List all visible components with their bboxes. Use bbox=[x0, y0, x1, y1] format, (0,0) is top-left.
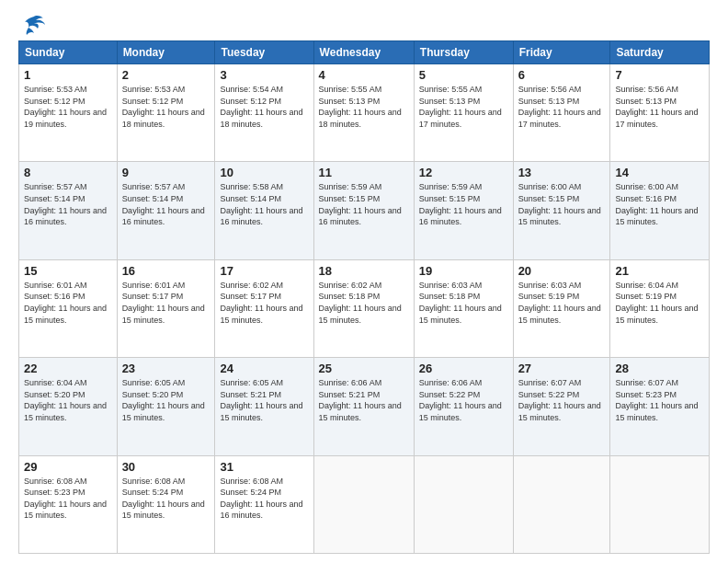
calendar-cell: 11 Sunrise: 5:59 AMSunset: 5:15 PMDaylig… bbox=[313, 162, 414, 259]
day-detail: Sunrise: 6:01 AMSunset: 5:17 PMDaylight:… bbox=[122, 281, 205, 325]
day-detail: Sunrise: 5:58 AMSunset: 5:14 PMDaylight:… bbox=[220, 182, 302, 226]
day-detail: Sunrise: 5:55 AMSunset: 5:13 PMDaylight:… bbox=[419, 85, 502, 129]
day-detail: Sunrise: 6:01 AMSunset: 5:16 PMDaylight:… bbox=[24, 281, 107, 325]
day-number: 22 bbox=[24, 362, 112, 375]
calendar-cell: 28 Sunrise: 6:07 AMSunset: 5:23 PMDaylig… bbox=[610, 358, 710, 455]
day-detail: Sunrise: 5:53 AMSunset: 5:12 PMDaylight:… bbox=[24, 85, 107, 129]
calendar-cell bbox=[610, 455, 710, 553]
weekday-header-sunday: Sunday bbox=[19, 41, 118, 64]
day-number: 26 bbox=[419, 362, 508, 375]
day-detail: Sunrise: 6:07 AMSunset: 5:23 PMDaylight:… bbox=[615, 378, 698, 422]
day-detail: Sunrise: 6:06 AMSunset: 5:21 PMDaylight:… bbox=[319, 378, 402, 422]
calendar-cell: 20 Sunrise: 6:03 AMSunset: 5:19 PMDaylig… bbox=[513, 259, 610, 357]
logo-bird-icon bbox=[21, 15, 47, 35]
calendar-cell: 30 Sunrise: 6:08 AMSunset: 5:24 PMDaylig… bbox=[117, 455, 215, 553]
day-detail: Sunrise: 6:00 AMSunset: 5:16 PMDaylight:… bbox=[615, 182, 698, 226]
day-number: 2 bbox=[122, 68, 210, 82]
day-detail: Sunrise: 6:03 AMSunset: 5:19 PMDaylight:… bbox=[518, 281, 601, 325]
day-detail: Sunrise: 6:06 AMSunset: 5:22 PMDaylight:… bbox=[419, 378, 502, 422]
day-detail: Sunrise: 6:00 AMSunset: 5:15 PMDaylight:… bbox=[518, 182, 601, 226]
calendar-cell: 25 Sunrise: 6:06 AMSunset: 5:21 PMDaylig… bbox=[313, 358, 414, 455]
day-detail: Sunrise: 5:56 AMSunset: 5:13 PMDaylight:… bbox=[518, 85, 601, 129]
calendar-cell: 12 Sunrise: 5:59 AMSunset: 5:15 PMDaylig… bbox=[414, 162, 513, 259]
day-number: 17 bbox=[220, 264, 308, 278]
day-number: 13 bbox=[518, 166, 606, 179]
calendar-cell: 3 Sunrise: 5:54 AMSunset: 5:12 PMDayligh… bbox=[215, 64, 313, 162]
day-detail: Sunrise: 6:04 AMSunset: 5:20 PMDaylight:… bbox=[24, 378, 107, 422]
calendar-cell: 13 Sunrise: 6:00 AMSunset: 5:15 PMDaylig… bbox=[513, 162, 610, 259]
calendar-cell: 15 Sunrise: 6:01 AMSunset: 5:16 PMDaylig… bbox=[19, 259, 118, 357]
calendar-cell: 4 Sunrise: 5:55 AMSunset: 5:13 PMDayligh… bbox=[313, 64, 414, 162]
calendar-cell: 29 Sunrise: 6:08 AMSunset: 5:23 PMDaylig… bbox=[19, 455, 118, 553]
calendar-cell: 1 Sunrise: 5:53 AMSunset: 5:12 PMDayligh… bbox=[19, 64, 118, 162]
calendar-cell: 7 Sunrise: 5:56 AMSunset: 5:13 PMDayligh… bbox=[610, 64, 710, 162]
header bbox=[18, 15, 710, 31]
day-number: 20 bbox=[518, 264, 606, 278]
day-detail: Sunrise: 6:08 AMSunset: 5:23 PMDaylight:… bbox=[24, 477, 107, 521]
calendar-cell: 18 Sunrise: 6:02 AMSunset: 5:18 PMDaylig… bbox=[313, 259, 414, 357]
day-detail: Sunrise: 6:03 AMSunset: 5:18 PMDaylight:… bbox=[419, 281, 502, 325]
day-number: 27 bbox=[518, 362, 606, 375]
weekday-header-monday: Monday bbox=[117, 41, 215, 64]
day-number: 4 bbox=[319, 68, 409, 82]
day-number: 3 bbox=[220, 68, 308, 82]
day-number: 24 bbox=[220, 362, 308, 375]
day-number: 12 bbox=[419, 166, 508, 179]
day-number: 28 bbox=[615, 362, 704, 375]
calendar-cell: 9 Sunrise: 5:57 AMSunset: 5:14 PMDayligh… bbox=[117, 162, 215, 259]
day-number: 5 bbox=[419, 68, 508, 82]
calendar-cell: 27 Sunrise: 6:07 AMSunset: 5:22 PMDaylig… bbox=[513, 358, 610, 455]
weekday-header-wednesday: Wednesday bbox=[313, 41, 414, 64]
weekday-header-saturday: Saturday bbox=[610, 41, 710, 64]
day-number: 21 bbox=[615, 264, 704, 278]
calendar-cell: 17 Sunrise: 6:02 AMSunset: 5:17 PMDaylig… bbox=[215, 259, 313, 357]
calendar-cell: 31 Sunrise: 6:08 AMSunset: 5:24 PMDaylig… bbox=[215, 455, 313, 553]
day-detail: Sunrise: 5:53 AMSunset: 5:12 PMDaylight:… bbox=[122, 85, 205, 129]
logo bbox=[18, 15, 47, 31]
day-number: 31 bbox=[220, 460, 308, 474]
calendar-cell: 10 Sunrise: 5:58 AMSunset: 5:14 PMDaylig… bbox=[215, 162, 313, 259]
weekday-header-friday: Friday bbox=[513, 41, 610, 64]
calendar-cell: 2 Sunrise: 5:53 AMSunset: 5:12 PMDayligh… bbox=[117, 64, 215, 162]
calendar-cell: 8 Sunrise: 5:57 AMSunset: 5:14 PMDayligh… bbox=[19, 162, 118, 259]
day-detail: Sunrise: 6:02 AMSunset: 5:18 PMDaylight:… bbox=[319, 281, 402, 325]
day-number: 10 bbox=[220, 166, 308, 179]
calendar-cell: 22 Sunrise: 6:04 AMSunset: 5:20 PMDaylig… bbox=[19, 358, 118, 455]
day-number: 25 bbox=[319, 362, 409, 375]
calendar-cell bbox=[414, 455, 513, 553]
weekday-header-tuesday: Tuesday bbox=[215, 41, 313, 64]
calendar-cell: 21 Sunrise: 6:04 AMSunset: 5:19 PMDaylig… bbox=[610, 259, 710, 357]
calendar-cell: 5 Sunrise: 5:55 AMSunset: 5:13 PMDayligh… bbox=[414, 64, 513, 162]
day-detail: Sunrise: 6:08 AMSunset: 5:24 PMDaylight:… bbox=[220, 477, 302, 521]
day-detail: Sunrise: 5:59 AMSunset: 5:15 PMDaylight:… bbox=[319, 182, 402, 226]
day-number: 23 bbox=[122, 362, 210, 375]
day-detail: Sunrise: 6:05 AMSunset: 5:20 PMDaylight:… bbox=[122, 378, 205, 422]
page: SundayMondayTuesdayWednesdayThursdayFrid… bbox=[0, 0, 728, 563]
day-detail: Sunrise: 5:54 AMSunset: 5:12 PMDaylight:… bbox=[220, 85, 302, 129]
calendar-cell: 19 Sunrise: 6:03 AMSunset: 5:18 PMDaylig… bbox=[414, 259, 513, 357]
day-number: 29 bbox=[24, 460, 112, 474]
weekday-header-thursday: Thursday bbox=[414, 41, 513, 64]
day-detail: Sunrise: 5:57 AMSunset: 5:14 PMDaylight:… bbox=[24, 182, 107, 226]
day-number: 6 bbox=[518, 68, 606, 82]
day-detail: Sunrise: 5:56 AMSunset: 5:13 PMDaylight:… bbox=[615, 85, 698, 129]
calendar-cell: 24 Sunrise: 6:05 AMSunset: 5:21 PMDaylig… bbox=[215, 358, 313, 455]
day-number: 9 bbox=[122, 166, 210, 179]
day-detail: Sunrise: 5:55 AMSunset: 5:13 PMDaylight:… bbox=[319, 85, 402, 129]
day-detail: Sunrise: 6:05 AMSunset: 5:21 PMDaylight:… bbox=[220, 378, 302, 422]
calendar-cell bbox=[313, 455, 414, 553]
day-number: 15 bbox=[24, 264, 112, 278]
day-detail: Sunrise: 5:59 AMSunset: 5:15 PMDaylight:… bbox=[419, 182, 502, 226]
day-detail: Sunrise: 5:57 AMSunset: 5:14 PMDaylight:… bbox=[122, 182, 205, 226]
calendar-cell: 14 Sunrise: 6:00 AMSunset: 5:16 PMDaylig… bbox=[610, 162, 710, 259]
calendar-cell: 23 Sunrise: 6:05 AMSunset: 5:20 PMDaylig… bbox=[117, 358, 215, 455]
calendar-cell: 26 Sunrise: 6:06 AMSunset: 5:22 PMDaylig… bbox=[414, 358, 513, 455]
day-number: 14 bbox=[615, 166, 704, 179]
calendar-table: SundayMondayTuesdayWednesdayThursdayFrid… bbox=[18, 40, 710, 554]
day-number: 19 bbox=[419, 264, 508, 278]
calendar-cell: 6 Sunrise: 5:56 AMSunset: 5:13 PMDayligh… bbox=[513, 64, 610, 162]
day-number: 1 bbox=[24, 68, 112, 82]
day-detail: Sunrise: 6:02 AMSunset: 5:17 PMDaylight:… bbox=[220, 281, 302, 325]
day-number: 11 bbox=[319, 166, 409, 179]
day-number: 30 bbox=[122, 460, 210, 474]
